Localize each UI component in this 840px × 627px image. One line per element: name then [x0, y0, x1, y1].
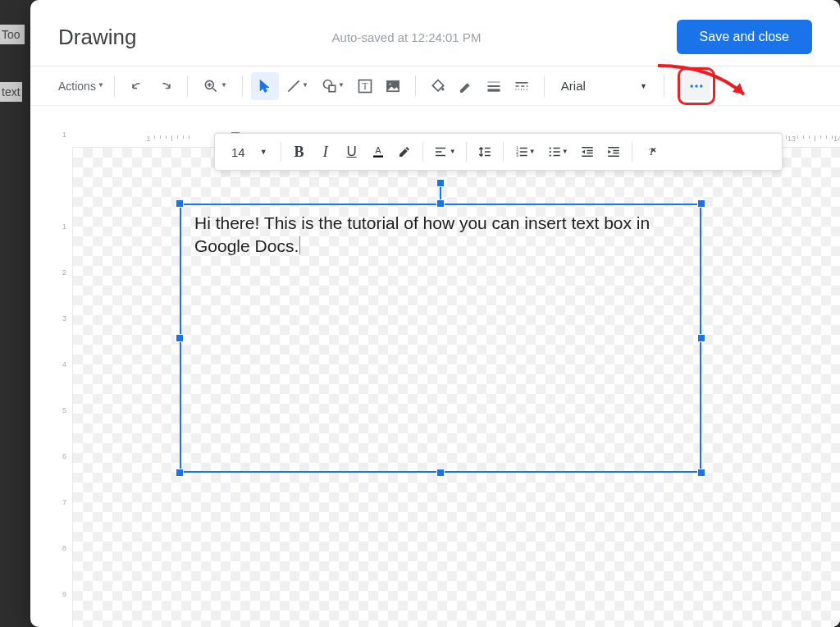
svg-rect-6	[329, 85, 336, 92]
svg-point-34	[549, 147, 550, 149]
dialog-title: Drawing	[58, 25, 136, 50]
border-dash-button[interactable]	[508, 72, 536, 100]
rotation-handle[interactable]	[436, 179, 445, 187]
decrease-indent-button[interactable]	[574, 138, 600, 166]
save-and-close-button[interactable]: Save and close	[677, 20, 812, 54]
svg-text:3: 3	[516, 153, 518, 158]
clear-formatting-button[interactable]: T	[637, 138, 664, 166]
dialog-header: Drawing Auto-saved at 12:24:01 PM Save a…	[30, 0, 840, 66]
border-weight-button[interactable]	[480, 72, 508, 100]
underline-icon: U	[346, 144, 356, 160]
bold-icon: B	[294, 144, 304, 161]
drawing-canvas[interactable]: Hi there! This is the tutorial of how yo…	[73, 148, 840, 627]
svg-point-35	[549, 151, 550, 153]
font-family-select[interactable]: Arial ▼	[553, 79, 655, 93]
resize-handle-sw[interactable]	[176, 469, 184, 477]
text-format-toolbar: 14 ▼ B I U A ▼ 123 ▼ ▼ T	[214, 133, 783, 171]
textbox-text: Hi there! This is the tutorial of how yo…	[194, 213, 650, 255]
separator	[415, 76, 416, 97]
separator	[664, 76, 664, 97]
resize-handle-w[interactable]	[176, 334, 184, 342]
chevron-down-icon: ▼	[302, 81, 308, 89]
fill-color-button[interactable]	[424, 72, 452, 100]
annotation-more-highlight	[678, 67, 715, 105]
font-size-value: 14	[231, 145, 245, 159]
select-tool[interactable]	[251, 72, 279, 100]
chevron-down-icon: ▼	[450, 148, 456, 155]
svg-point-36	[549, 154, 550, 156]
italic-button[interactable]: I	[313, 138, 339, 166]
ruler-tick-label: 7	[62, 498, 66, 506]
svg-point-10	[389, 83, 391, 85]
numbered-list-button[interactable]: 123 ▼	[509, 138, 541, 166]
line-tool[interactable]: ▼	[279, 72, 315, 100]
selected-textbox[interactable]: Hi there! This is the tutorial of how yo…	[180, 204, 701, 473]
resize-handle-nw[interactable]	[176, 199, 184, 208]
vertical-ruler: 112345678910	[58, 148, 73, 627]
drawing-dialog: Drawing Auto-saved at 12:24:01 PM Save a…	[30, 0, 840, 627]
align-button[interactable]: ▼	[428, 138, 461, 166]
separator	[503, 142, 504, 162]
separator	[466, 142, 467, 162]
resize-handle-s[interactable]	[436, 469, 445, 477]
font-size-select[interactable]: 14 ▼	[223, 145, 276, 159]
chevron-down-icon: ▼	[562, 148, 568, 155]
ruler-tick-label: 2	[62, 268, 66, 277]
svg-rect-21	[373, 156, 383, 158]
resize-handle-e[interactable]	[697, 334, 705, 342]
zoom-button[interactable]: ▼	[196, 72, 234, 100]
ruler-tick-label: 1	[62, 130, 66, 139]
autosave-status: Auto-saved at 12:24:01 PM	[332, 30, 482, 44]
ruler-tick-label: 8	[62, 544, 66, 552]
ruler-tick-label: 3	[62, 314, 66, 323]
italic-icon: I	[322, 143, 327, 161]
text-color-button[interactable]: A	[365, 138, 391, 166]
resize-handle-n[interactable]	[436, 199, 445, 208]
ruler-tick-label: 14	[833, 135, 840, 143]
more-options-button[interactable]	[682, 72, 710, 100]
actions-menu[interactable]: Actions ▼	[57, 76, 106, 96]
separator	[422, 142, 423, 162]
ruler-tick-label: 4	[62, 360, 66, 368]
drawing-workspace: 112345678910111213141516 112345678910 Hi…	[30, 133, 840, 627]
bold-button[interactable]: B	[286, 138, 313, 166]
line-spacing-button[interactable]	[472, 138, 498, 166]
separator	[187, 76, 188, 97]
bg-fragment-cell: text	[0, 82, 22, 102]
redo-button[interactable]	[151, 72, 179, 100]
highlight-color-button[interactable]	[391, 138, 418, 166]
chevron-down-icon: ▼	[98, 81, 104, 89]
svg-text:A: A	[375, 145, 381, 155]
resize-handle-ne[interactable]	[697, 199, 705, 208]
svg-point-17	[690, 85, 692, 87]
undo-button[interactable]	[123, 72, 151, 100]
svg-point-19	[700, 85, 702, 87]
font-name-label: Arial	[561, 79, 586, 93]
chevron-down-icon: ▼	[640, 82, 647, 90]
drawing-toolbar: Actions ▼ ▼ ▼ ▼ T Arial ▼	[30, 66, 840, 106]
shape-tool[interactable]: ▼	[315, 72, 351, 100]
ruler-tick-label: 5	[62, 406, 66, 414]
bulleted-list-button[interactable]: ▼	[541, 138, 574, 166]
ruler-tick-label: 13	[788, 135, 796, 143]
svg-line-4	[288, 80, 299, 91]
ruler-tick-label: 6	[62, 452, 66, 460]
separator	[242, 76, 243, 97]
actions-label: Actions	[58, 80, 96, 93]
image-tool[interactable]	[379, 72, 407, 100]
separator	[281, 142, 281, 162]
border-color-button[interactable]	[452, 72, 480, 100]
bg-fragment-toolbar: Too	[0, 25, 25, 44]
increase-indent-button[interactable]	[600, 138, 627, 166]
ruler-tick-label: 1	[146, 135, 150, 143]
chevron-down-icon: ▼	[529, 148, 536, 155]
textbox-content[interactable]: Hi there! This is the tutorial of how yo…	[194, 212, 687, 465]
resize-handle-se[interactable]	[697, 469, 705, 477]
chevron-down-icon: ▼	[338, 81, 345, 89]
chevron-down-icon: ▼	[260, 148, 267, 156]
chevron-down-icon: ▼	[221, 81, 227, 89]
underline-button[interactable]: U	[339, 138, 365, 166]
separator	[632, 142, 632, 162]
ruler-tick-label: 9	[62, 590, 66, 598]
textbox-tool[interactable]: T	[351, 72, 379, 100]
